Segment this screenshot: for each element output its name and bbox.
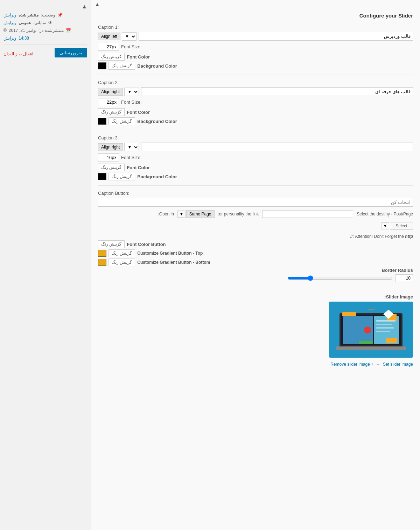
gradient-top-btn[interactable]: گزینش رنگ bbox=[108, 249, 135, 257]
status-value: منتشر شده bbox=[19, 13, 38, 18]
caption2-bgcolor-row: Background Color گزینش رنگ bbox=[94, 117, 416, 125]
caption3-label-row: :Caption 3 bbox=[94, 135, 416, 140]
sidebar: ▲ 📌 وضعیت: منتشر شده ویرایش 👁 نمایانی: ع… bbox=[0, 0, 91, 530]
caption1-label-row: :Caption 1 bbox=[94, 25, 416, 30]
svg-rect-8 bbox=[336, 346, 406, 350]
caption1-text-input[interactable] bbox=[139, 32, 413, 41]
caption3-bgcolor-swatch bbox=[98, 173, 106, 180]
remove-slider-image-link[interactable]: Remove slider image + bbox=[330, 362, 373, 367]
caption3-controls: Align right ▼ bbox=[98, 143, 139, 151]
svg-rect-9 bbox=[359, 341, 373, 344]
border-radius-slider[interactable] bbox=[288, 275, 393, 281]
status-icon: 📌 bbox=[57, 13, 63, 18]
divider-1 bbox=[98, 75, 413, 75]
caption2-align-btn[interactable]: Align right bbox=[98, 88, 123, 96]
caption-button-label: :Caption Button bbox=[98, 191, 130, 196]
border-radius-label: Border Radius bbox=[382, 268, 413, 273]
visibility-icon: 👁 bbox=[48, 20, 52, 25]
caption2-input-row: Align right ▼ bbox=[94, 87, 416, 96]
select-arrow-icon: ▼ bbox=[381, 222, 389, 229]
caption1-fontcolor-btn[interactable]: گزینش رنگ bbox=[98, 53, 125, 61]
caption1-label: :Caption 1 bbox=[98, 25, 119, 30]
open-in-label: :Open in bbox=[158, 212, 174, 216]
font-color-button-row: Font Color Button گزینش رنگ bbox=[94, 240, 416, 248]
caption1-fontsize-input[interactable] bbox=[98, 43, 119, 51]
caption3-align-btn[interactable]: Align right bbox=[98, 143, 123, 151]
caption2-controls: Align right ▼ bbox=[98, 88, 139, 96]
caption2-fontsize-input[interactable] bbox=[98, 98, 119, 106]
gradient-bottom-btn[interactable]: گزینش رنگ bbox=[108, 259, 135, 266]
svg-rect-14 bbox=[376, 320, 396, 322]
published-edit-link[interactable]: 14:38 bbox=[19, 36, 29, 41]
caption2-fontcolor-btn[interactable]: گزینش رنگ bbox=[98, 108, 125, 116]
caption1-bgcolor-row: Background Color گزینش رنگ bbox=[94, 62, 416, 70]
main-panel: ▲ Configure your Slider :Caption 1 Align… bbox=[91, 0, 420, 530]
gradient-bottom-row: Customize Gradient Button - Bottom گزینش… bbox=[94, 259, 416, 266]
caption3-fontcolor-label: Font Color bbox=[127, 165, 150, 170]
move-trash-link[interactable]: انتقال به زباله‌دان bbox=[4, 51, 33, 56]
caption2-text-input[interactable] bbox=[141, 87, 413, 96]
select-destiny-label: Select the destiny - Post/Page bbox=[357, 212, 413, 216]
status-edit-link[interactable]: ویرایش bbox=[4, 13, 16, 18]
caption1-controls: Align left ▼ bbox=[98, 32, 136, 41]
svg-rect-17 bbox=[376, 331, 390, 332]
caption3-input-row: Align right ▼ bbox=[94, 143, 416, 151]
caption1-align-btn[interactable]: Align left bbox=[98, 33, 120, 40]
visibility-edit-link[interactable]: ویرایش bbox=[4, 20, 16, 25]
set-slider-image-link[interactable]: Set slider image bbox=[383, 362, 413, 367]
caption-button-label-row: :Caption Button bbox=[94, 191, 416, 196]
caption2-bgcolor-label: Background Color bbox=[137, 119, 177, 124]
svg-point-5 bbox=[364, 326, 371, 333]
caption2-fontsize-label: :Font Size bbox=[121, 99, 142, 105]
gradient-top-row: Customize Gradient Button - Top گزینش رن… bbox=[94, 249, 416, 257]
http-note-row: Attention! Don't Forget the http :// bbox=[94, 233, 416, 240]
published-edit-link2[interactable]: ویرایش bbox=[4, 36, 16, 41]
select-button[interactable]: - Select - bbox=[390, 222, 413, 230]
border-radius-value-input[interactable] bbox=[396, 274, 413, 282]
slider-image-svg bbox=[332, 304, 410, 355]
caption3-fontsize-input[interactable] bbox=[98, 153, 119, 161]
image-action-sep: – bbox=[377, 362, 379, 367]
caption3-align-select[interactable]: ▼ bbox=[124, 143, 139, 151]
caption-button-input-row bbox=[94, 198, 416, 207]
svg-rect-15 bbox=[376, 324, 392, 325]
caption3-bgcolor-btn[interactable]: گزینش رنگ bbox=[108, 173, 135, 180]
http-note-text: Attention! Don't Forget the bbox=[355, 234, 404, 239]
visibility-value: عمومی bbox=[19, 20, 31, 25]
sidebar-actions: انتقال به زباله‌دان به‌روررسانی bbox=[4, 48, 87, 60]
caption1-fontsize-row: :Font Size bbox=[94, 43, 416, 51]
update-button[interactable]: به‌روررسانی bbox=[55, 48, 87, 57]
caption3-text-input[interactable] bbox=[141, 143, 413, 151]
or-personality-label: :or personality the link bbox=[218, 212, 259, 216]
caption1-bgcolor-btn[interactable]: گزینش رنگ bbox=[108, 62, 135, 70]
caption3-fontsize-row: :Font Size bbox=[94, 153, 416, 161]
visibility-row: 👁 نمایانی: عمومی ویرایش bbox=[4, 20, 87, 25]
caption-button-input[interactable] bbox=[98, 198, 413, 207]
caption3-label: :Caption 3 bbox=[98, 135, 119, 140]
slider-image-preview bbox=[94, 302, 416, 358]
font-color-button-label: Font Color Button bbox=[127, 242, 166, 247]
status-label: وضعیت: bbox=[41, 13, 55, 18]
copyright-icon: © bbox=[4, 28, 7, 33]
caption2-label: :Caption 2 bbox=[98, 80, 119, 85]
caption2-fontcolor-row: Font Color گزینش رنگ bbox=[94, 108, 416, 116]
main-collapse-arrow[interactable]: ▲ bbox=[94, 0, 416, 9]
slider-image-box bbox=[329, 302, 413, 358]
sidebar-collapse-arrow[interactable]: ▲ bbox=[4, 4, 87, 10]
caption2-bgcolor-btn[interactable]: گزینش رنگ bbox=[108, 117, 135, 125]
open-in-same-page-btn[interactable]: Same Page bbox=[186, 210, 215, 218]
slider-image-label: :Slider Image bbox=[94, 292, 416, 302]
svg-rect-7 bbox=[386, 338, 397, 343]
caption2-align-select[interactable]: ▼ bbox=[124, 88, 139, 96]
caption1-fontsize-label: :Font Size bbox=[121, 44, 142, 49]
caption3-fontcolor-btn[interactable]: گزینش رنگ bbox=[98, 164, 125, 171]
published-time-row: 14:38 ویرایش bbox=[4, 36, 87, 41]
http-suffix: :// bbox=[350, 234, 354, 239]
svg-rect-13 bbox=[342, 312, 356, 316]
font-color-button-btn[interactable]: گزینش رنگ bbox=[98, 240, 125, 248]
caption1-align-select[interactable]: ▼ bbox=[122, 32, 136, 41]
link-input[interactable] bbox=[262, 210, 353, 218]
panel-title: Configure your Slider bbox=[94, 9, 416, 21]
gradient-bottom-swatch bbox=[98, 259, 106, 266]
divider-4 bbox=[98, 287, 413, 287]
